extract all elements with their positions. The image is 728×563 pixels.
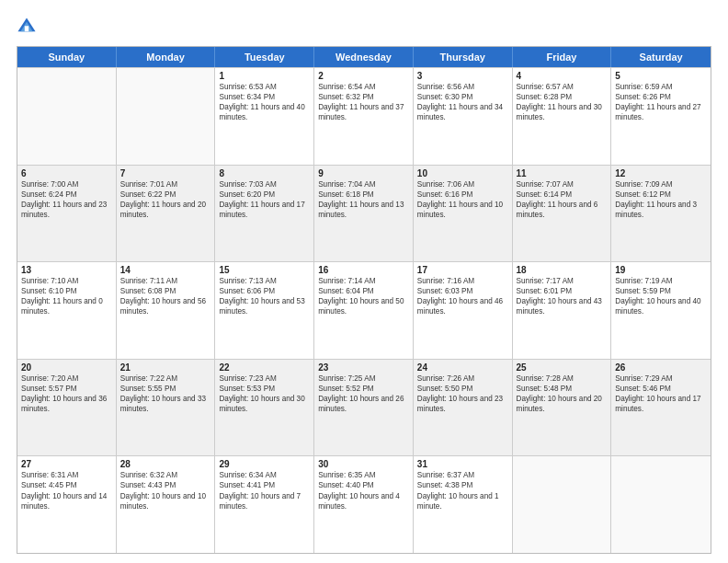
day-number: 26 (615, 362, 707, 373)
weekday-header-sunday: Sunday (17, 47, 117, 67)
calendar-cell-day-23: 23Sunrise: 7:25 AM Sunset: 5:52 PM Dayli… (314, 360, 414, 456)
day-number: 30 (318, 459, 409, 469)
cell-info: Sunrise: 7:26 AM Sunset: 5:50 PM Dayligh… (417, 373, 508, 414)
day-number: 2 (318, 71, 409, 81)
calendar-cell-day-7: 7Sunrise: 7:01 AM Sunset: 6:22 PM Daylig… (117, 166, 216, 262)
weekday-header-wednesday: Wednesday (314, 47, 414, 67)
calendar-cell-day-15: 15Sunrise: 7:13 AM Sunset: 6:06 PM Dayli… (215, 262, 314, 359)
cell-info: Sunrise: 7:19 AM Sunset: 5:59 PM Dayligh… (615, 276, 707, 316)
day-number: 25 (517, 362, 608, 373)
day-number: 15 (219, 265, 310, 275)
day-number: 8 (219, 168, 310, 178)
calendar-cell-day-8: 8Sunrise: 7:03 AM Sunset: 6:20 PM Daylig… (215, 166, 314, 262)
calendar-row-1: 6Sunrise: 7:00 AM Sunset: 6:24 PM Daylig… (17, 165, 711, 262)
calendar-cell-empty (611, 456, 711, 553)
calendar-cell-day-14: 14Sunrise: 7:11 AM Sunset: 6:08 PM Dayli… (117, 262, 216, 359)
calendar-row-4: 27Sunrise: 6:31 AM Sunset: 4:45 PM Dayli… (17, 455, 711, 553)
cell-info: Sunrise: 7:29 AM Sunset: 5:46 PM Dayligh… (615, 373, 707, 414)
cell-info: Sunrise: 6:59 AM Sunset: 6:26 PM Dayligh… (615, 82, 707, 122)
logo-icon (17, 17, 37, 37)
day-number: 12 (615, 168, 707, 178)
calendar-cell-day-4: 4Sunrise: 6:57 AM Sunset: 6:28 PM Daylig… (513, 68, 612, 165)
calendar-row-2: 13Sunrise: 7:10 AM Sunset: 6:10 PM Dayli… (17, 261, 711, 359)
cell-info: Sunrise: 7:04 AM Sunset: 6:18 PM Dayligh… (318, 179, 409, 220)
day-number: 1 (219, 71, 310, 81)
calendar-cell-day-6: 6Sunrise: 7:00 AM Sunset: 6:24 PM Daylig… (17, 166, 117, 262)
calendar-cell-day-22: 22Sunrise: 7:23 AM Sunset: 5:53 PM Dayli… (215, 360, 314, 456)
calendar-cell-day-11: 11Sunrise: 7:07 AM Sunset: 6:14 PM Dayli… (513, 166, 612, 262)
day-number: 19 (615, 265, 707, 275)
calendar-cell-day-10: 10Sunrise: 7:06 AM Sunset: 6:16 PM Dayli… (414, 166, 513, 262)
day-number: 17 (417, 265, 508, 275)
calendar-cell-day-1: 1Sunrise: 6:53 AM Sunset: 6:34 PM Daylig… (215, 68, 314, 165)
cell-info: Sunrise: 7:13 AM Sunset: 6:06 PM Dayligh… (219, 276, 310, 316)
calendar-cell-day-28: 28Sunrise: 6:32 AM Sunset: 4:43 PM Dayli… (117, 456, 216, 553)
day-number: 9 (318, 168, 409, 178)
cell-info: Sunrise: 7:10 AM Sunset: 6:10 PM Dayligh… (21, 276, 112, 316)
calendar-cell-day-16: 16Sunrise: 7:14 AM Sunset: 6:04 PM Dayli… (314, 262, 414, 359)
cell-info: Sunrise: 7:16 AM Sunset: 6:03 PM Dayligh… (417, 276, 508, 316)
calendar-cell-day-29: 29Sunrise: 6:34 AM Sunset: 4:41 PM Dayli… (215, 456, 314, 553)
cell-info: Sunrise: 6:53 AM Sunset: 6:34 PM Dayligh… (219, 82, 310, 122)
weekday-header-tuesday: Tuesday (215, 47, 314, 67)
weekday-header-thursday: Thursday (414, 47, 513, 67)
calendar: SundayMondayTuesdayWednesdayThursdayFrid… (17, 46, 711, 554)
cell-info: Sunrise: 7:07 AM Sunset: 6:14 PM Dayligh… (517, 179, 608, 220)
calendar-cell-day-30: 30Sunrise: 6:35 AM Sunset: 4:40 PM Dayli… (314, 456, 414, 553)
day-number: 23 (318, 362, 409, 373)
day-number: 28 (120, 459, 211, 469)
calendar-cell-day-5: 5Sunrise: 6:59 AM Sunset: 6:26 PM Daylig… (611, 68, 711, 165)
calendar-cell-day-9: 9Sunrise: 7:04 AM Sunset: 6:18 PM Daylig… (314, 166, 414, 262)
cell-info: Sunrise: 7:22 AM Sunset: 5:55 PM Dayligh… (120, 373, 211, 414)
cell-info: Sunrise: 7:14 AM Sunset: 6:04 PM Dayligh… (318, 276, 409, 316)
weekday-header-saturday: Saturday (611, 47, 711, 67)
day-number: 18 (517, 265, 608, 275)
calendar-cell-day-13: 13Sunrise: 7:10 AM Sunset: 6:10 PM Dayli… (17, 262, 117, 359)
day-number: 3 (417, 71, 508, 81)
cell-info: Sunrise: 7:17 AM Sunset: 6:01 PM Dayligh… (517, 276, 608, 316)
calendar-cell-day-31: 31Sunrise: 6:37 AM Sunset: 4:38 PM Dayli… (414, 456, 513, 553)
calendar-cell-day-19: 19Sunrise: 7:19 AM Sunset: 5:59 PM Dayli… (611, 262, 711, 359)
day-number: 10 (417, 168, 508, 178)
day-number: 13 (21, 265, 112, 275)
cell-info: Sunrise: 7:25 AM Sunset: 5:52 PM Dayligh… (318, 373, 409, 414)
cell-info: Sunrise: 6:56 AM Sunset: 6:30 PM Dayligh… (417, 82, 508, 122)
cell-info: Sunrise: 7:11 AM Sunset: 6:08 PM Dayligh… (120, 276, 211, 316)
svg-rect-2 (25, 26, 28, 31)
day-number: 11 (517, 168, 608, 178)
calendar-cell-day-27: 27Sunrise: 6:31 AM Sunset: 4:45 PM Dayli… (17, 456, 117, 553)
cell-info: Sunrise: 7:03 AM Sunset: 6:20 PM Dayligh… (219, 179, 310, 220)
day-number: 21 (120, 362, 211, 373)
weekday-header-monday: Monday (117, 47, 216, 67)
calendar-cell-day-24: 24Sunrise: 7:26 AM Sunset: 5:50 PM Dayli… (414, 360, 513, 456)
day-number: 27 (21, 459, 112, 469)
header (17, 17, 711, 37)
day-number: 29 (219, 459, 310, 469)
calendar-body: 1Sunrise: 6:53 AM Sunset: 6:34 PM Daylig… (17, 67, 711, 553)
cell-info: Sunrise: 7:23 AM Sunset: 5:53 PM Dayligh… (219, 373, 310, 414)
cell-info: Sunrise: 6:37 AM Sunset: 4:38 PM Dayligh… (417, 470, 508, 511)
cell-info: Sunrise: 7:09 AM Sunset: 6:12 PM Dayligh… (615, 179, 707, 220)
calendar-cell-day-20: 20Sunrise: 7:20 AM Sunset: 5:57 PM Dayli… (17, 360, 117, 456)
calendar-cell-empty (513, 456, 612, 553)
day-number: 31 (417, 459, 508, 469)
cell-info: Sunrise: 6:54 AM Sunset: 6:32 PM Dayligh… (318, 82, 409, 122)
day-number: 22 (219, 362, 310, 373)
day-number: 16 (318, 265, 409, 275)
day-number: 5 (615, 71, 707, 81)
calendar-cell-day-17: 17Sunrise: 7:16 AM Sunset: 6:03 PM Dayli… (414, 262, 513, 359)
cell-info: Sunrise: 6:31 AM Sunset: 4:45 PM Dayligh… (21, 470, 112, 511)
cell-info: Sunrise: 7:00 AM Sunset: 6:24 PM Dayligh… (21, 179, 112, 220)
day-number: 6 (21, 168, 112, 178)
day-number: 14 (120, 265, 211, 275)
cell-info: Sunrise: 6:34 AM Sunset: 4:41 PM Dayligh… (219, 470, 310, 511)
day-number: 4 (517, 71, 608, 81)
day-number: 20 (21, 362, 112, 373)
cell-info: Sunrise: 6:35 AM Sunset: 4:40 PM Dayligh… (318, 470, 409, 511)
weekday-header-friday: Friday (513, 47, 612, 67)
cell-info: Sunrise: 7:06 AM Sunset: 6:16 PM Dayligh… (417, 179, 508, 220)
calendar-cell-day-25: 25Sunrise: 7:28 AM Sunset: 5:48 PM Dayli… (513, 360, 612, 456)
calendar-cell-day-26: 26Sunrise: 7:29 AM Sunset: 5:46 PM Dayli… (611, 360, 711, 456)
calendar-cell-day-21: 21Sunrise: 7:22 AM Sunset: 5:55 PM Dayli… (117, 360, 216, 456)
calendar-row-0: 1Sunrise: 6:53 AM Sunset: 6:34 PM Daylig… (17, 67, 711, 165)
